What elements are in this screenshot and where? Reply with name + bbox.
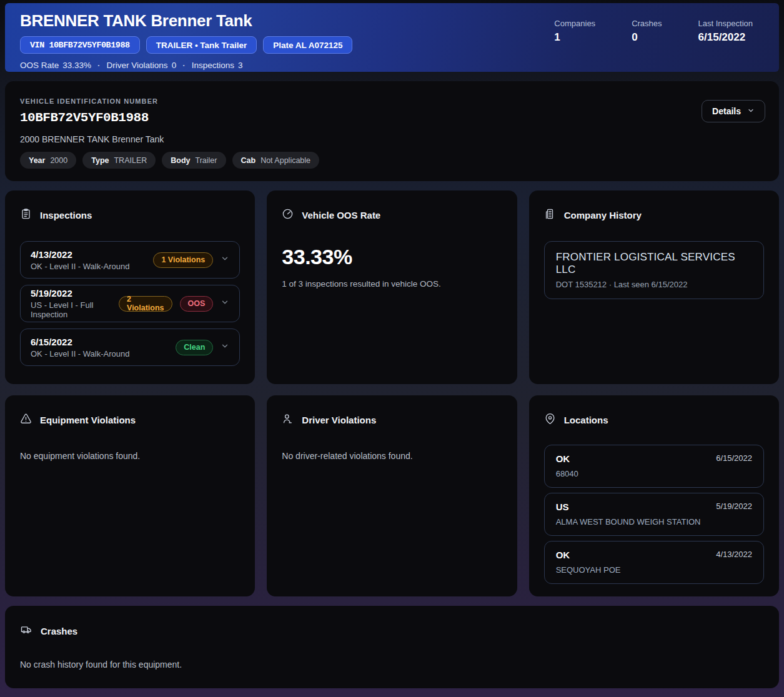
pill-year: Year 2000 (20, 152, 76, 169)
chevron-down-icon (747, 106, 755, 116)
dot-separator: · (97, 61, 101, 70)
driver-violations-title: Driver Violations (302, 415, 376, 425)
locations-card: Locations OK 68040 6/15/2022 US ALMA WES… (529, 395, 779, 596)
oos-rate-card: Vehicle OOS Rate 33.33% 1 of 3 inspectio… (267, 190, 517, 384)
equipment-violations-title: Equipment Violations (40, 415, 136, 425)
details-button[interactable]: Details (702, 100, 765, 122)
vehicle-header-stats: Companies 1 Crashes 0 Last Inspection 6/… (554, 11, 753, 72)
truck-icon (20, 623, 32, 638)
driver-icon (282, 413, 294, 427)
chevron-down-icon[interactable] (221, 298, 229, 309)
type-badge[interactable]: TRAILER • Tank Trailer (146, 36, 257, 54)
vehicle-badges: VIN 10BFB72V5YF0B1988 TRAILER • Tank Tra… (20, 36, 352, 54)
inspection-row[interactable]: 4/13/2022 OK - Level II - Walk-Around 1 … (20, 241, 240, 279)
crashes-empty: No crash history found for this equipmen… (20, 660, 764, 670)
inspection-row[interactable]: 6/15/2022 OK - Level II - Walk-Around Cl… (20, 329, 240, 366)
vehicle-substats: OOS Rate 33.33% · Driver Violations 0 · … (20, 61, 352, 70)
substat-oos-rate: OOS Rate 33.33% (20, 61, 91, 70)
oos-rate-value: 33.33% (282, 245, 502, 269)
location-date: 4/13/2022 (716, 550, 752, 575)
company-entry[interactable]: FRONTIER LOGISTICAL SERVICES LLC DOT 153… (544, 241, 764, 299)
driver-violations-empty: No driver-related violations found. (282, 451, 502, 461)
company-history-card: Company History FRONTIER LOGISTICAL SERV… (529, 190, 779, 384)
crashes-title: Crashes (41, 626, 77, 636)
chevron-down-icon[interactable] (221, 342, 229, 353)
page: BRENNER TANK Brenner Tank VIN 10BFB72V5Y… (0, 0, 784, 688)
crashes-card: Crashes No crash history found for this … (5, 606, 779, 688)
locations-list: OK 68040 6/15/2022 US ALMA WEST BOUND WE… (544, 445, 764, 584)
oos-rate-title: Vehicle OOS Rate (302, 210, 380, 220)
vin-badge[interactable]: VIN 10BFB72V5YF0B1988 (20, 36, 140, 54)
cards-row-2: Equipment Violations No equipment violat… (5, 395, 779, 596)
vin-label: VEHICLE IDENTIFICATION NUMBER (20, 97, 764, 105)
vin-value: 10BFB72V5YF0B1988 (20, 111, 764, 125)
location-row[interactable]: US ALMA WEST BOUND WEIGH STATION 5/19/20… (544, 493, 764, 536)
dot-separator: · (182, 61, 186, 70)
vehicle-description: 2000 BRENNER TANK Brenner Tank (20, 134, 764, 144)
location-date: 6/15/2022 (716, 453, 752, 478)
warning-triangle-icon (20, 413, 32, 427)
gauge-icon (282, 208, 294, 222)
violations-badge: 1 Violations (153, 252, 213, 268)
plate-badge[interactable]: Plate AL A072125 (263, 36, 352, 54)
inspections-list: 4/13/2022 OK - Level II - Walk-Around 1 … (20, 241, 240, 366)
oos-rate-description: 1 of 3 inspections resulted in vehicle O… (282, 279, 502, 289)
stat-crashes: Crashes 0 (632, 19, 662, 72)
inspections-card: Inspections 4/13/2022 OK - Level II - Wa… (5, 190, 255, 384)
clipboard-icon (20, 208, 32, 222)
substat-inspections: Inspections 3 (192, 61, 243, 70)
company-history-title: Company History (564, 210, 642, 220)
vin-card: VEHICLE IDENTIFICATION NUMBER 10BFB72V5Y… (5, 81, 779, 181)
company-details: DOT 1535212 · Last seen 6/15/2022 (556, 280, 752, 289)
map-pin-icon (544, 413, 556, 427)
vehicle-attribute-pills: Year 2000 Type TRAILER Body Trailer Cab … (20, 152, 764, 169)
location-row[interactable]: OK SEQUOYAH POE 4/13/2022 (544, 541, 764, 584)
pill-type: Type TRAILER (82, 152, 156, 169)
vehicle-header-left: BRENNER TANK Brenner Tank VIN 10BFB72V5Y… (20, 11, 352, 72)
inspection-row[interactable]: 5/19/2022 US - Level I - Full Inspection… (20, 285, 240, 322)
chevron-down-icon[interactable] (221, 254, 229, 265)
driver-violations-card: Driver Violations No driver-related viol… (267, 395, 517, 596)
vehicle-header: BRENNER TANK Brenner Tank VIN 10BFB72V5Y… (5, 3, 779, 72)
page-title: BRENNER TANK Brenner Tank (20, 11, 352, 31)
violations-badge: 2 Violations (119, 296, 172, 312)
building-icon (544, 208, 556, 222)
stat-companies: Companies 1 (554, 19, 595, 72)
locations-title: Locations (564, 415, 608, 425)
inspections-title: Inspections (40, 210, 92, 220)
substat-driver-violations: Driver Violations 0 (107, 61, 177, 70)
equipment-violations-empty: No equipment violations found. (20, 451, 240, 461)
company-name[interactable]: FRONTIER LOGISTICAL SERVICES LLC (556, 251, 752, 276)
pill-body: Body Trailer (162, 152, 226, 169)
pill-cab: Cab Not Applicable (232, 152, 320, 169)
cards-row-1: Inspections 4/13/2022 OK - Level II - Wa… (5, 190, 779, 384)
location-date: 5/19/2022 (716, 502, 752, 526)
stat-last-inspection: Last Inspection 6/15/2022 (698, 19, 753, 72)
location-row[interactable]: OK 68040 6/15/2022 (544, 445, 764, 488)
equipment-violations-card: Equipment Violations No equipment violat… (5, 395, 255, 596)
oos-badge: OOS (180, 296, 214, 312)
clean-badge: Clean (176, 340, 213, 355)
